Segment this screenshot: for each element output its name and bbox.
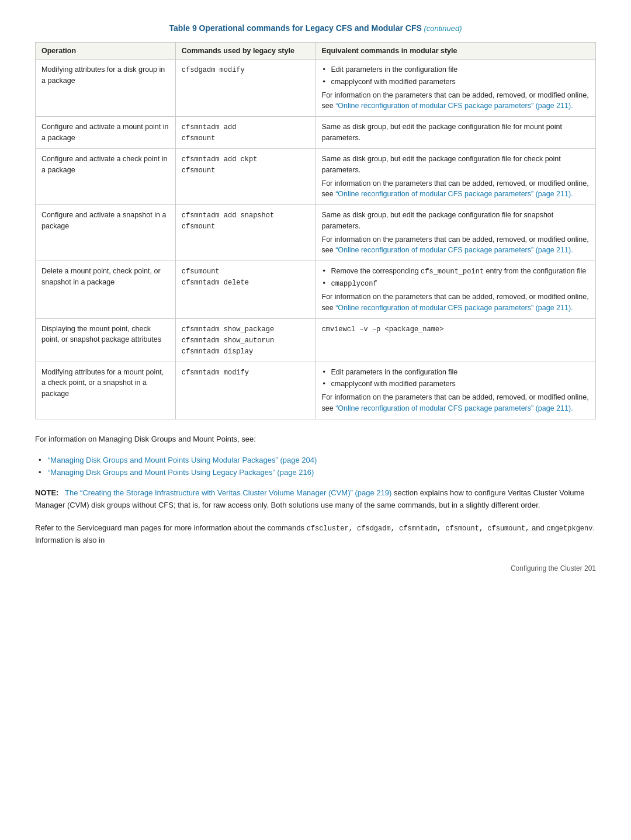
note-link-inline[interactable]: “Online reconfiguration of modular CFS p… xyxy=(335,304,573,312)
table-row-modular-0: Edit parameters in the configuration fil… xyxy=(316,60,596,117)
list-item: cmapplyconf with modified parameters xyxy=(322,77,590,88)
table-continued: (continued) xyxy=(424,24,462,33)
list-item: “Managing Disk Groups and Mount Points U… xyxy=(35,456,596,464)
table-row-operation-1: Configure and activate a mount point in … xyxy=(36,117,176,149)
header-operation: Operation xyxy=(36,43,176,60)
table-row-operation-5: Displaying the mount point, check point,… xyxy=(36,318,176,362)
table-title: Table 9 Operational commands for Legacy … xyxy=(169,23,422,33)
note-label: NOTE: xyxy=(35,488,58,497)
list-item: “Managing Disk Groups and Mount Points U… xyxy=(35,468,596,477)
table-row-legacy-6: cfsmntadm modify xyxy=(175,362,316,419)
list-item: Edit parameters in the configuration fil… xyxy=(322,367,590,378)
below-table-intro: For information on Managing Disk Groups … xyxy=(35,433,596,446)
list-item: Edit parameters in the configuration fil… xyxy=(322,64,590,75)
note-link[interactable]: The “Creating the Storage Infrastructure… xyxy=(65,488,391,497)
table-row-legacy-2: cfsmntadm add ckptcfsmount xyxy=(175,149,316,205)
table-row-operation-6: Modifying attributes for a mount point, … xyxy=(36,362,176,419)
refer-block: Refer to the Serviceguard man pages for … xyxy=(35,522,596,547)
list-item: cmapplyconf with modified parameters xyxy=(322,379,590,390)
table-row-modular-1: Same as disk group, but edit the package… xyxy=(316,117,596,149)
refer-last-code: cmgetpkgenv xyxy=(546,525,592,533)
below-table-link[interactable]: “Managing Disk Groups and Mount Points U… xyxy=(48,468,314,477)
note-link-inline[interactable]: “Online reconfiguration of modular CFS p… xyxy=(335,190,573,198)
link-list: “Managing Disk Groups and Mount Points U… xyxy=(35,456,596,477)
table-row-legacy-5: cfsmntadm show_packagecfsmntadm show_aut… xyxy=(175,318,316,362)
refer-and: and xyxy=(529,523,546,532)
refer-text: Refer to the Serviceguard man pages for … xyxy=(35,523,307,532)
operations-table: Operation Commands used by legacy style … xyxy=(35,42,596,419)
page-title: Table 9 Operational commands for Legacy … xyxy=(35,23,596,33)
table-row-operation-3: Configure and activate a snapshot in a p… xyxy=(36,205,176,261)
note-link-inline[interactable]: “Online reconfiguration of modular CFS p… xyxy=(335,102,573,110)
header-modular: Equivalent commands in modular style xyxy=(316,43,596,60)
table-row-legacy-3: cfsmntadm add snapshotcfsmount xyxy=(175,205,316,261)
header-legacy: Commands used by legacy style xyxy=(175,43,316,60)
table-row-modular-2: Same as disk group, but edit the package… xyxy=(316,149,596,205)
table-row-operation-4: Delete a mount point, check point, or sn… xyxy=(36,261,176,319)
note-link-inline[interactable]: “Online reconfiguration of modular CFS p… xyxy=(335,246,573,254)
table-row-operation-2: Configure and activate a check point in … xyxy=(36,149,176,205)
table-row-operation-0: Modifying attributes for a disk group in… xyxy=(36,60,176,117)
table-row-modular-4: Remove the corresponding cfs_mount_point… xyxy=(316,261,596,319)
table-row-modular-6: Edit parameters in the configuration fil… xyxy=(316,362,596,419)
list-item: cmapplyconf xyxy=(322,278,590,289)
note-link-inline[interactable]: “Online reconfiguration of modular CFS p… xyxy=(335,404,573,412)
table-row-legacy-0: cfsdgadm modify xyxy=(175,60,316,117)
table-row-legacy-1: cfsmntadm addcfsmount xyxy=(175,117,316,149)
table-row-modular-3: Same as disk group, but edit the package… xyxy=(316,205,596,261)
refer-codes: cfscluster, cfsdgadm, cfsmntadm, cfsmoun… xyxy=(307,525,530,533)
page-footer: Configuring the Cluster 201 xyxy=(35,564,596,572)
table-row-modular-5: cmviewcl –v –p <package_name> xyxy=(316,318,596,362)
table-row-legacy-4: cfsumountcfsmntadm delete xyxy=(175,261,316,319)
below-table-link[interactable]: “Managing Disk Groups and Mount Points U… xyxy=(48,456,317,464)
note-block: NOTE: The “Creating the Storage Infrastr… xyxy=(35,487,596,512)
list-item: Remove the corresponding cfs_mount_point… xyxy=(322,266,590,277)
